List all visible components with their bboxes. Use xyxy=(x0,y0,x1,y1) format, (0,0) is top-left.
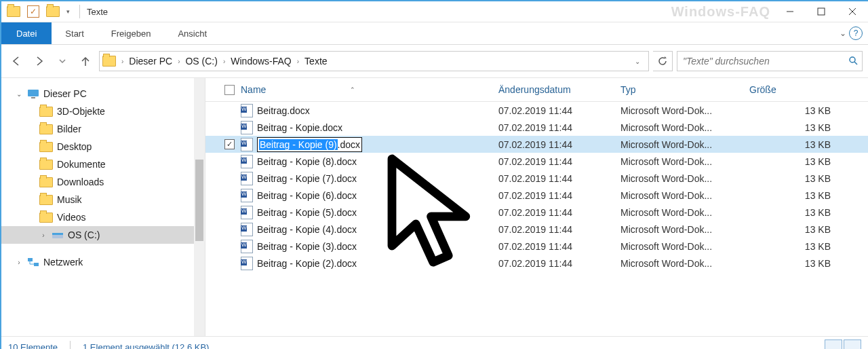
expand-icon[interactable]: › xyxy=(15,259,23,266)
separator xyxy=(79,5,80,18)
file-name: Beitrag.docx xyxy=(257,105,310,116)
file-type: Microsoft Word-Dok... xyxy=(620,224,749,235)
maximize-button[interactable] xyxy=(806,1,837,22)
tree-label: Bilder xyxy=(57,124,81,134)
file-list: Name⌃ Änderungsdatum Typ Größe Beitrag.d… xyxy=(205,78,868,336)
details-view-button[interactable] xyxy=(825,339,842,349)
word-document-icon xyxy=(241,189,253,202)
tree-item-pictures[interactable]: Bilder xyxy=(1,120,205,138)
recent-locations-button[interactable] xyxy=(53,52,72,71)
row-checkbox[interactable] xyxy=(224,258,241,268)
qat-properties-icon[interactable]: ✓ xyxy=(27,5,39,18)
file-row[interactable]: Beitrag - Kopie (3).docx07.02.2019 11:44… xyxy=(205,238,868,255)
file-name-cell[interactable]: Beitrag.docx xyxy=(241,104,498,117)
tree-item-music[interactable]: Musik xyxy=(1,191,205,208)
address-history-icon[interactable]: ⌄ xyxy=(629,58,646,65)
file-name-cell[interactable]: Beitrag - Kopie (2).docx xyxy=(241,257,498,270)
refresh-button[interactable] xyxy=(653,51,673,71)
file-row[interactable]: Beitrag - Kopie (2).docx07.02.2019 11:44… xyxy=(205,255,868,272)
file-size: 13 KB xyxy=(749,105,844,116)
help-icon[interactable]: ? xyxy=(849,26,863,40)
file-row[interactable]: Beitrag - Kopie (5).docx07.02.2019 11:44… xyxy=(205,204,868,221)
file-row[interactable]: Beitrag - Kopie (7).docx07.02.2019 11:44… xyxy=(205,170,868,187)
qat-dropdown-icon[interactable]: ▾ xyxy=(66,8,70,15)
file-name-cell[interactable]: Beitrag - Kopie (3).docx xyxy=(241,240,498,253)
row-checkbox[interactable] xyxy=(224,241,241,251)
scrollbar-thumb[interactable] xyxy=(195,160,203,241)
large-icons-view-button[interactable] xyxy=(844,339,861,349)
file-row[interactable]: Beitrag - Kopie (8).docx07.02.2019 11:44… xyxy=(205,153,868,170)
chevron-right-icon[interactable]: › xyxy=(222,58,226,65)
row-checkbox[interactable] xyxy=(224,173,241,183)
tree-item-this-pc[interactable]: ⌄ Dieser PC xyxy=(1,85,205,103)
breadcrumb[interactable]: OS (C:) xyxy=(182,56,220,67)
row-checkbox[interactable] xyxy=(224,190,241,200)
column-type[interactable]: Typ xyxy=(620,84,749,95)
file-name-cell[interactable]: Beitrag - Kopie (6).docx xyxy=(241,189,498,202)
expand-icon[interactable]: › xyxy=(39,232,47,239)
row-checkbox[interactable] xyxy=(224,156,241,166)
chevron-right-icon[interactable]: › xyxy=(296,58,300,65)
ribbon-expand-icon[interactable]: ⌄ xyxy=(840,29,846,38)
file-row[interactable]: ✓Beitrag - Kopie (9).docx07.02.2019 11:4… xyxy=(205,136,868,153)
search-box[interactable] xyxy=(677,51,863,71)
folder-icon[interactable] xyxy=(7,6,20,17)
expand-icon[interactable]: ⌄ xyxy=(15,90,23,98)
close-button[interactable] xyxy=(837,1,868,22)
tree-item-downloads[interactable]: Downloads xyxy=(1,173,205,191)
forward-button[interactable] xyxy=(30,52,49,71)
row-checkbox[interactable] xyxy=(224,207,241,217)
tree-item-drive-c[interactable]: › OS (C:) xyxy=(1,226,205,244)
folder-icon xyxy=(39,124,53,134)
ribbon-file-tab[interactable]: Datei xyxy=(1,22,52,44)
column-checkbox[interactable] xyxy=(224,85,241,95)
row-checkbox[interactable] xyxy=(224,122,241,132)
breadcrumb[interactable]: Windows-FAQ xyxy=(228,56,294,67)
file-name-cell[interactable]: Beitrag - Kopie.docx xyxy=(241,121,498,134)
column-name[interactable]: Name⌃ xyxy=(241,84,498,95)
ribbon-tab-start[interactable]: Start xyxy=(52,22,97,44)
svg-rect-12 xyxy=(34,263,39,266)
chevron-right-icon[interactable]: › xyxy=(120,58,125,65)
navpane-scrollbar[interactable] xyxy=(194,78,205,336)
file-name-cell[interactable]: Beitrag - Kopie (8).docx xyxy=(241,155,498,168)
tree-item-documents[interactable]: Dokumente xyxy=(1,155,205,173)
column-date[interactable]: Änderungsdatum xyxy=(498,84,620,95)
file-name-cell[interactable]: Beitrag - Kopie (4).docx xyxy=(241,223,498,236)
rename-input[interactable]: Beitrag - Kopie (9).docx xyxy=(257,137,362,152)
back-button[interactable] xyxy=(7,52,26,71)
chevron-right-icon[interactable]: › xyxy=(176,58,181,65)
tree-item-3d-objects[interactable]: 3D-Objekte xyxy=(1,103,205,120)
file-name-cell[interactable]: Beitrag - Kopie (5).docx xyxy=(241,206,498,219)
tree-label: Downloads xyxy=(57,177,104,187)
tree-item-desktop[interactable]: Desktop xyxy=(1,138,205,155)
file-size: 13 KB xyxy=(749,139,844,150)
tree-item-network[interactable]: › Netzwerk xyxy=(1,253,205,271)
ribbon-tab-view[interactable]: Ansicht xyxy=(164,22,220,44)
search-input[interactable] xyxy=(682,55,848,67)
row-checkbox[interactable] xyxy=(224,224,241,234)
row-checkbox[interactable] xyxy=(224,105,241,115)
row-checkbox[interactable]: ✓ xyxy=(224,139,241,149)
file-name-cell[interactable]: Beitrag - Kopie (9).docx xyxy=(241,137,498,152)
tree-item-videos[interactable]: Videos xyxy=(1,208,205,226)
breadcrumb[interactable]: Texte xyxy=(302,56,330,67)
file-type: Microsoft Word-Dok... xyxy=(620,190,749,201)
search-icon[interactable] xyxy=(848,56,858,67)
file-row[interactable]: Beitrag - Kopie (4).docx07.02.2019 11:44… xyxy=(205,221,868,238)
address-bar[interactable]: › Dieser PC › OS (C:) › Windows-FAQ › Te… xyxy=(99,51,649,71)
new-folder-icon[interactable] xyxy=(46,6,60,17)
file-name: Beitrag - Kopie.docx xyxy=(257,122,342,133)
file-name-cell[interactable]: Beitrag - Kopie (7).docx xyxy=(241,172,498,185)
window-controls xyxy=(774,1,868,22)
file-row[interactable]: Beitrag - Kopie.docx07.02.2019 11:44Micr… xyxy=(205,119,868,136)
minimize-button[interactable] xyxy=(774,1,806,22)
file-size: 13 KB xyxy=(749,173,844,184)
breadcrumb[interactable]: Dieser PC xyxy=(126,56,175,67)
column-label: Änderungsdatum xyxy=(498,84,571,95)
ribbon-tab-share[interactable]: Freigeben xyxy=(98,22,165,44)
column-size[interactable]: Größe xyxy=(749,84,831,95)
up-button[interactable] xyxy=(76,52,95,71)
file-row[interactable]: Beitrag.docx07.02.2019 11:44Microsoft Wo… xyxy=(205,102,868,119)
file-row[interactable]: Beitrag - Kopie (6).docx07.02.2019 11:44… xyxy=(205,187,868,204)
